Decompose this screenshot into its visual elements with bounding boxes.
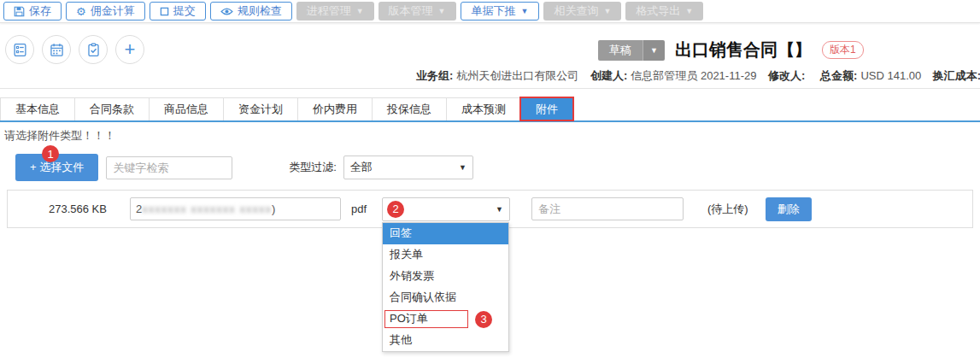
- divider: [0, 88, 980, 89]
- format-export-label: 格式导出: [636, 3, 680, 19]
- info-label: 总金额:: [820, 69, 857, 82]
- type-filter-select[interactable]: 全部 ▼: [343, 156, 473, 179]
- info-value: USD 141.00: [860, 69, 921, 82]
- rule-check-label: 规则检查: [238, 3, 282, 19]
- doc-info-line: 业务组:杭州天创进出口有限公司 创建人:信息部管理员 2021-11-29 修改…: [416, 68, 980, 84]
- remark-input[interactable]: [531, 197, 684, 220]
- form-list-button[interactable]: [5, 35, 34, 64]
- file-size: 273.566 KB: [49, 202, 130, 215]
- page-title: 出口销售合同【】: [675, 38, 812, 62]
- quickbar: +: [5, 35, 144, 64]
- submit-icon: [160, 7, 169, 16]
- annotation-step-1: 1: [42, 145, 59, 162]
- search-input[interactable]: [106, 156, 232, 179]
- attachment-type-wrap: ▼ 2 回签 报关单 外销发票 合同确认依据 PO订单 3 其他: [382, 197, 510, 221]
- type-filter-value: 全部: [350, 160, 373, 175]
- dropdown-option-export-invoice[interactable]: 外销发票: [383, 266, 508, 287]
- toolbar: 保存 ⚙ 佣金计算 提交 规则检查 进程管理 ▼ 版本管理 ▼ 单据下推: [0, 0, 980, 23]
- related-query-menu[interactable]: 相关查询 ▼: [543, 2, 621, 21]
- tab-price-fees[interactable]: 价内费用: [297, 97, 373, 120]
- version-manage-label: 版本管理: [389, 3, 433, 19]
- form-icon: [13, 43, 27, 57]
- tab-product-info[interactable]: 商品信息: [149, 97, 224, 120]
- chevron-down-icon: ▼: [438, 7, 446, 15]
- chevron-down-icon: ▼: [685, 7, 693, 15]
- info-value: 杭州天创进出口有限公司: [456, 69, 578, 82]
- info-label: 创建人:: [590, 69, 627, 82]
- info-label: 换汇成本:: [933, 69, 980, 82]
- chevron-down-icon: ▼: [459, 163, 467, 172]
- tab-attachments[interactable]: 附件: [520, 97, 573, 120]
- gear-icon: ⚙: [76, 6, 86, 17]
- tab-cost-forecast[interactable]: 成本预测: [446, 97, 521, 120]
- attachment-controls: + 选择文件 1 类型过滤: 全部 ▼: [15, 154, 473, 181]
- title-row: 草稿 ▼ 出口销售合同【】 版本1: [598, 38, 864, 62]
- info-value: 信息部管理员 2021-11-29: [631, 69, 756, 82]
- dropdown-option-huiqian[interactable]: 回签: [383, 223, 508, 244]
- calendar-button[interactable]: [42, 35, 71, 64]
- format-export-menu[interactable]: 格式导出 ▼: [625, 2, 703, 21]
- status-badge: 草稿: [598, 40, 643, 61]
- file-extension: pdf: [351, 202, 375, 215]
- add-button[interactable]: +: [115, 35, 144, 64]
- dropdown-option-contract-confirmation[interactable]: 合同确认依据: [383, 287, 508, 308]
- eye-icon: [220, 7, 233, 16]
- commission-calc-label: 佣金计算: [91, 3, 135, 19]
- commission-calc-button[interactable]: ⚙ 佣金计算: [66, 2, 145, 21]
- plus-icon: +: [125, 40, 136, 59]
- version-badge: 版本1: [822, 41, 864, 59]
- annotation-step-3: 3: [475, 311, 492, 328]
- chevron-down-icon: ▼: [603, 7, 611, 15]
- save-icon: [14, 6, 25, 17]
- chevron-down-icon: ▼: [496, 205, 503, 214]
- push-down-label: 单据下推: [472, 3, 516, 19]
- filename-prefix: 2: [136, 202, 142, 215]
- delete-button[interactable]: 删除: [766, 197, 812, 221]
- filename-suffix: ): [272, 202, 275, 215]
- info-label: 修改人:: [768, 69, 805, 82]
- related-query-label: 相关查询: [554, 3, 598, 19]
- tab-fund-plan[interactable]: 资金计划: [223, 97, 298, 120]
- tab-insurance-info[interactable]: 投保信息: [372, 97, 447, 120]
- attachment-type-hint: 请选择附件类型！！！: [4, 128, 115, 144]
- info-label: 业务组:: [416, 69, 453, 82]
- clipboard-check-icon: [86, 43, 101, 57]
- process-manage-menu[interactable]: 进程管理 ▼: [296, 2, 374, 21]
- calendar-icon: [50, 43, 64, 57]
- clipboard-check-button[interactable]: [79, 35, 108, 64]
- status-dropdown[interactable]: 草稿 ▼: [598, 40, 665, 61]
- annotation-step-2: 2: [387, 201, 404, 218]
- tab-basic-info[interactable]: 基本信息: [0, 97, 75, 120]
- select-file-wrap: + 选择文件 1: [15, 154, 98, 181]
- page: 保存 ⚙ 佣金计算 提交 规则检查 进程管理 ▼ 版本管理 ▼ 单据下推: [0, 0, 980, 358]
- attachment-row: 273.566 KB 2 xxxxxxx xxxxxxx xxxxx ) pdf…: [7, 190, 973, 228]
- dropdown-option-other[interactable]: 其他: [383, 330, 508, 351]
- tab-bar: 基本信息 合同条款 商品信息 资金计划 价内费用 投保信息 成本预测 附件: [0, 97, 980, 122]
- rule-check-button[interactable]: 规则检查: [210, 2, 292, 21]
- version-manage-menu[interactable]: 版本管理 ▼: [379, 2, 456, 21]
- dropdown-option-customs-declaration[interactable]: 报关单: [383, 244, 508, 266]
- submit-label: 提交: [173, 3, 196, 19]
- tab-contract-terms[interactable]: 合同条款: [74, 97, 150, 120]
- filename-redacted: xxxxxxx xxxxxxx xxxxx: [142, 202, 272, 215]
- type-filter-label: 类型过滤:: [289, 160, 337, 175]
- po-order-label: PO订单: [390, 311, 428, 326]
- filename-field[interactable]: 2 xxxxxxx xxxxxxx xxxxx ): [130, 197, 341, 220]
- chevron-down-icon: ▼: [356, 7, 364, 15]
- push-down-menu[interactable]: 单据下推 ▼: [461, 2, 540, 21]
- attachment-type-dropdown: 回签 报关单 外销发票 合同确认依据 PO订单 3 其他: [382, 222, 509, 352]
- save-button[interactable]: 保存: [3, 2, 62, 21]
- chevron-down-icon: ▼: [643, 40, 665, 61]
- dropdown-option-po-order[interactable]: PO订单 3: [383, 308, 508, 330]
- submit-button[interactable]: 提交: [150, 2, 206, 21]
- process-manage-label: 进程管理: [307, 3, 351, 19]
- save-label: 保存: [29, 3, 51, 19]
- upload-status: (待上传): [707, 202, 748, 217]
- chevron-down-icon: ▼: [521, 7, 529, 15]
